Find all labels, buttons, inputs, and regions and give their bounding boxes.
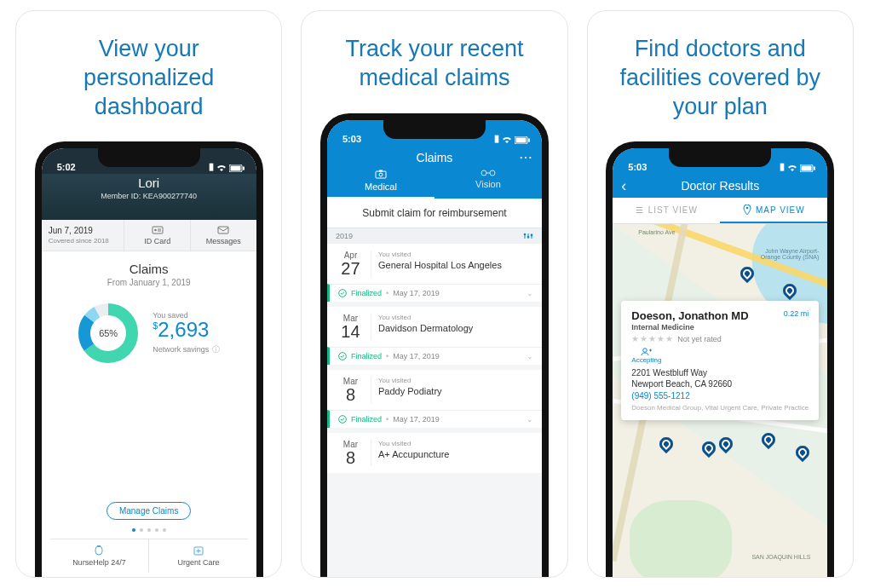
id-card-icon xyxy=(152,225,164,235)
claim-day: 27 xyxy=(336,260,365,277)
quick-actions: NurseHelp 24/7 Urgent Care xyxy=(50,539,248,572)
phone-screen: 5:03 ▮ Claims ⋯ Medical Visi xyxy=(327,120,542,578)
svg-rect-15 xyxy=(528,138,530,141)
status-date: May 17, 2019 xyxy=(393,352,440,360)
map-pin[interactable] xyxy=(699,439,719,458)
page-header: Claims ⋯ Medical Vision xyxy=(327,146,542,199)
pager-dot[interactable] xyxy=(147,528,151,532)
promo-card-dashboard: View your personalized dashboard 5:02 ▮ … xyxy=(15,10,282,578)
chevron-down-icon: ⌄ xyxy=(527,352,533,360)
pager-dots[interactable] xyxy=(50,528,248,532)
map-pin[interactable] xyxy=(759,430,779,450)
chevron-down-icon: ⌄ xyxy=(527,415,533,424)
svg-rect-3 xyxy=(153,227,163,233)
status-time: 5:03 xyxy=(628,162,647,172)
doctor-phone[interactable]: (949) 555-1212 xyxy=(631,391,809,401)
accepting-badge: Accepting xyxy=(631,347,661,364)
battery-icon xyxy=(515,136,530,144)
status-label: Finalized xyxy=(351,352,382,360)
pager-dot[interactable] xyxy=(132,528,135,532)
claim-day: 14 xyxy=(336,323,365,340)
claim-status-row[interactable]: Finalized•May 17, 2019⌄ xyxy=(327,410,542,428)
tab-vision[interactable]: Vision xyxy=(434,170,542,199)
claim-status-row[interactable]: Finalized•May 17, 2019⌄ xyxy=(327,284,542,302)
provider-name: A+ Accupuncture xyxy=(378,449,449,459)
tab-medical[interactable]: Medical xyxy=(327,170,434,199)
coverage-cell[interactable]: Jun 7, 2019 Covered since 2018 xyxy=(42,220,125,251)
claim-month: Mar xyxy=(336,377,365,386)
headline: Track your recent medical claims xyxy=(312,35,556,93)
pager-dot[interactable] xyxy=(140,528,143,532)
savings-donut-chart: 65% xyxy=(78,303,139,364)
status-icons: ▮ xyxy=(780,161,815,172)
status-icons: ▮ xyxy=(209,161,245,172)
svg-rect-14 xyxy=(515,137,526,142)
more-icon[interactable]: ⋯ xyxy=(519,149,533,165)
status-date: May 17, 2019 xyxy=(393,415,440,424)
info-strip: Jun 7, 2019 Covered since 2018 ID Card M… xyxy=(42,220,256,251)
savings-box: You saved $2,693 Network savings ⓘ xyxy=(153,311,220,355)
saved-amount: $2,693 xyxy=(153,320,220,340)
covered-since: Covered since 2018 xyxy=(49,237,109,245)
donut-percent: 65% xyxy=(78,303,139,364)
doctor-result-card[interactable]: 0.22 mi Doeson, Jonathon MD Internal Med… xyxy=(621,301,819,420)
svg-point-26 xyxy=(527,235,530,238)
doctor-group: Doeson Medical Group, Vital Urgent Care,… xyxy=(631,404,809,412)
claim-item[interactable]: Mar8You visitedPaddy PodiatryFinalized•M… xyxy=(327,370,542,428)
map-view-button[interactable]: MAP VIEW xyxy=(720,198,827,223)
manage-claims-button[interactable]: Manage Claims xyxy=(106,502,191,520)
map-view-label: MAP VIEW xyxy=(756,205,805,215)
map-label-road: Paularino Ave xyxy=(638,229,675,235)
svg-rect-32 xyxy=(802,166,812,171)
pager-dot[interactable] xyxy=(155,528,158,532)
signal-icon: ▮ xyxy=(780,161,785,172)
claim-date: Mar8 xyxy=(336,377,371,403)
id-card-button[interactable]: ID Card xyxy=(124,220,191,251)
envelope-icon xyxy=(217,225,229,235)
visited-label: You visited xyxy=(378,251,502,258)
tab-vision-label: Vision xyxy=(475,179,501,189)
user-hero: Lori Member ID: KEA900277740 xyxy=(42,174,256,220)
map-pin[interactable] xyxy=(716,435,736,454)
doctor-specialty: Internal Medicine xyxy=(631,323,809,331)
svg-point-17 xyxy=(379,173,383,176)
accepting-icon xyxy=(641,347,653,355)
visited-label: You visited xyxy=(378,314,473,321)
claim-item[interactable]: Mar14You visitedDavidson DermatologyFina… xyxy=(327,307,542,365)
claim-item[interactable]: Apr27You visitedGeneral Hospital Los Ang… xyxy=(327,244,542,302)
doctor-distance: 0.22 mi xyxy=(784,309,809,318)
phone-notch xyxy=(669,148,771,167)
status-icons: ▮ xyxy=(494,133,530,144)
camera-icon xyxy=(375,170,387,179)
svg-point-27 xyxy=(531,233,533,236)
submit-claim-button[interactable]: Submit claim for reimbursement xyxy=(327,199,542,228)
claim-day: 8 xyxy=(336,386,365,403)
map-pin[interactable] xyxy=(657,435,676,454)
map[interactable]: Paularino Ave John Wayne Airport-Orange … xyxy=(613,224,827,577)
nursehelp-button[interactable]: NurseHelp 24/7 xyxy=(50,539,150,572)
list-view-button[interactable]: ☰ LIST VIEW xyxy=(613,198,720,223)
wifi-icon xyxy=(502,136,512,144)
svg-point-34 xyxy=(746,207,749,210)
map-pin[interactable] xyxy=(793,443,813,463)
claim-month: Mar xyxy=(336,440,365,449)
claim-item[interactable]: Mar8You visitedA+ Accupuncture xyxy=(327,433,542,473)
claims-list[interactable]: Apr27You visitedGeneral Hospital Los Ang… xyxy=(327,244,542,578)
urgentcare-button[interactable]: Urgent Care xyxy=(149,539,248,572)
rating-stars: ★★★★★Not yet rated xyxy=(631,334,809,343)
claim-date: Apr27 xyxy=(336,251,371,277)
savings-row: 65% You saved $2,693 Network savings ⓘ xyxy=(50,303,248,364)
claim-status-row[interactable]: Finalized•May 17, 2019⌄ xyxy=(327,347,542,365)
filter-icon[interactable] xyxy=(523,232,533,240)
back-icon[interactable]: ‹ xyxy=(621,177,626,195)
messages-button[interactable]: Messages xyxy=(191,220,256,251)
visited-label: You visited xyxy=(378,440,449,447)
info-icon[interactable]: ⓘ xyxy=(212,344,220,355)
phone-mock: 5:03 ▮ ‹ Doctor Results ☰ LIST VIEW xyxy=(606,141,834,577)
status-time: 5:02 xyxy=(57,162,76,172)
pager-dot[interactable] xyxy=(163,528,166,532)
doctor-address: 2201 Westbluff Way Newport Beach, CA 926… xyxy=(631,367,809,389)
phone-notch xyxy=(383,120,486,139)
user-name: Lori xyxy=(42,176,256,190)
currency-symbol: $ xyxy=(153,320,158,331)
